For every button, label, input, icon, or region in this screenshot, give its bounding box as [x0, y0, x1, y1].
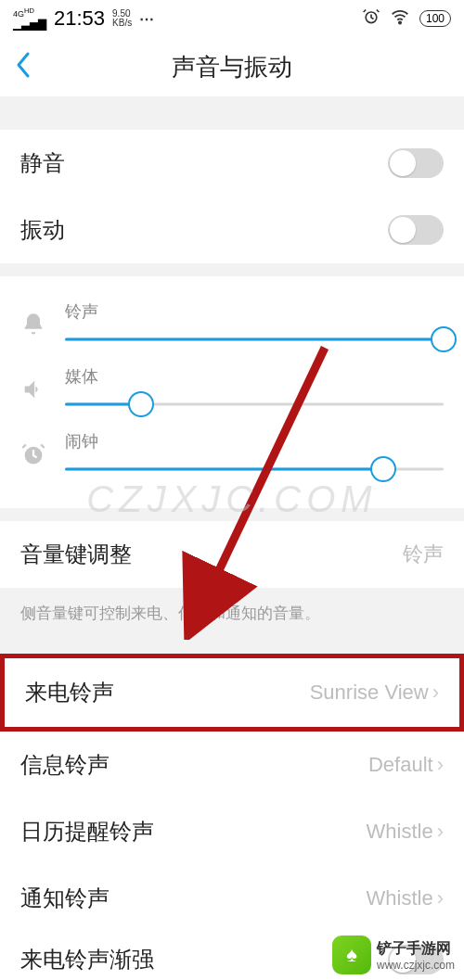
row-ringtone[interactable]: 来电铃声 Sunrise View › — [0, 654, 464, 732]
svg-point-1 — [399, 21, 401, 23]
volkey-desc: 侧音量键可控制来电、信息和通知的音量。 — [0, 588, 464, 633]
signal-icon: 4GHD ▁▃▅▇ — [13, 7, 46, 30]
ascend-label: 来电铃声渐强 — [20, 945, 154, 974]
chevron-right-icon: › — [437, 886, 444, 910]
bell-icon — [20, 312, 46, 341]
row-vibrate[interactable]: 振动 — [0, 197, 464, 263]
chevron-right-icon: › — [432, 681, 439, 705]
slider-alarm[interactable]: 闹钟 — [20, 430, 444, 482]
chevron-right-icon: › — [437, 753, 444, 777]
mute-label: 静音 — [20, 148, 65, 178]
ringtone-label: 来电铃声 — [25, 678, 114, 707]
status-time: 21:53 — [54, 6, 105, 31]
media-label: 媒体 — [65, 365, 444, 388]
clock-icon — [20, 441, 46, 471]
alarm-label: 闹钟 — [65, 430, 444, 452]
row-notify-tone[interactable]: 通知铃声 Whistle › — [0, 865, 464, 932]
calendar-value: Whistle — [367, 820, 433, 844]
message-value: Default — [368, 753, 433, 777]
row-volume-key[interactable]: 音量键调整 铃声 — [0, 521, 464, 588]
calendar-label: 日历提醒铃声 — [20, 817, 154, 846]
status-bar: 4GHD ▁▃▅▇ 21:53 9.50 KB/s ⋯ 100 — [0, 0, 464, 37]
alarm-icon — [362, 7, 380, 30]
ring-label: 铃声 — [65, 300, 444, 323]
chevron-right-icon: › — [437, 820, 444, 844]
volume-sliders: 铃声 媒体 闹钟 — [0, 276, 464, 508]
page-title: 声音与振动 — [0, 51, 464, 83]
row-ascending[interactable]: 来电铃声渐强 — [0, 932, 464, 980]
volkey-value: 铃声 — [403, 541, 444, 568]
row-message-tone[interactable]: 信息铃声 Default › — [0, 732, 464, 798]
notify-label: 通知铃声 — [20, 884, 110, 913]
mute-toggle[interactable] — [388, 148, 444, 178]
row-mute[interactable]: 静音 — [0, 130, 464, 197]
ascend-toggle[interactable] — [388, 945, 444, 974]
message-label: 信息铃声 — [20, 750, 110, 780]
page-header: 声音与振动 — [0, 37, 464, 96]
status-speed: 9.50 KB/s — [112, 9, 132, 28]
speaker-icon — [20, 376, 46, 406]
slider-ring[interactable]: 铃声 — [20, 300, 444, 352]
back-button[interactable] — [15, 51, 32, 83]
row-calendar-tone[interactable]: 日历提醒铃声 Whistle › — [0, 798, 464, 865]
wifi-icon — [390, 6, 410, 31]
battery-icon: 100 — [419, 10, 451, 27]
notify-value: Whistle — [367, 886, 433, 910]
more-icon: ⋯ — [139, 10, 156, 28]
vibrate-label: 振动 — [20, 215, 65, 245]
slider-media[interactable]: 媒体 — [20, 365, 444, 417]
vibrate-toggle[interactable] — [388, 215, 444, 245]
ringtone-value: Sunrise View — [310, 681, 429, 705]
volkey-label: 音量键调整 — [20, 540, 132, 569]
